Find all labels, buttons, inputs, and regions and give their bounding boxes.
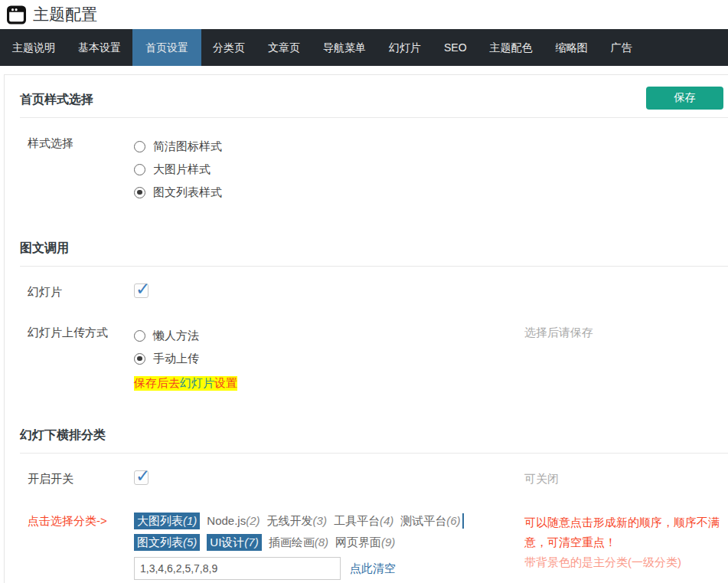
enable-switch-hint: 可关闭 (524, 470, 728, 487)
radio-option-label: 简洁图标样式 (153, 139, 222, 154)
section-heading-home-style: 首页样式选择 (20, 75, 728, 118)
category-select-label: 点击选择分类-> (20, 513, 134, 529)
tab-slideshow[interactable]: 幻灯片 (377, 29, 433, 66)
tab-ads[interactable]: 广告 (599, 29, 644, 66)
radio-icon[interactable] (134, 164, 145, 175)
category-tag[interactable]: 无线开发(3) (267, 513, 327, 529)
page-header: 主题配置 (0, 0, 728, 29)
upload-mode-label: 幻灯片上传方式 (20, 324, 134, 341)
category-tag[interactable]: 测试平台(6) (400, 513, 460, 529)
clear-order-link[interactable]: 点此清空 (350, 562, 396, 576)
tab-home-settings[interactable]: 首页设置 (132, 29, 201, 66)
row-slideshow-toggle: 幻灯片 (20, 283, 728, 301)
row-category-select: 点击选择分类-> 大图列表(1) Node.js(2) 无线开发(3) 工具平台… (20, 513, 728, 580)
category-tag-selected[interactable]: UI设计(7) (207, 534, 261, 551)
tab-theme-intro[interactable]: 主题说明 (0, 29, 67, 66)
radio-option-label: 图文列表样式 (153, 185, 222, 200)
section-heading-tuwen: 图文调用 (20, 224, 728, 267)
tab-nav-menu[interactable]: 导航菜单 (312, 29, 377, 66)
radio-icon[interactable] (134, 141, 145, 152)
slideshow-settings-link[interactable]: 幻灯片 (180, 376, 214, 389)
highlight-note: 保存后去幻灯片设置 (134, 376, 237, 391)
tab-basic-settings[interactable]: 基本设置 (67, 29, 132, 66)
category-tag-line-1: 大图列表(1) Node.js(2) 无线开发(3) 工具平台(4) 测试平台(… (134, 513, 524, 529)
category-tag[interactable]: 插画绘画(8) (269, 534, 328, 551)
category-tag-selected[interactable]: 图文列表(5) (134, 534, 200, 551)
tab-seo[interactable]: SEO (433, 29, 478, 66)
row-style-select: 样式选择 简洁图标样式 大图片样式 图文列表样式 (20, 135, 728, 204)
radio-option-image-text-list-style[interactable]: 图文列表样式 (134, 181, 524, 204)
radio-icon-checked[interactable] (134, 353, 145, 365)
category-tag[interactable]: Node.js(2) (207, 513, 260, 529)
radio-option-label: 手动上传 (153, 352, 199, 366)
tab-category-page[interactable]: 分类页 (201, 29, 256, 66)
category-tag[interactable]: 工具平台(4) (334, 513, 393, 529)
row-enable-switch: 开启开关 可关闭 (20, 470, 728, 488)
tab-article-page[interactable]: 文章页 (256, 29, 312, 66)
category-select-hint: 可以随意点击形成新的顺序，顺序不满意，可清空重点！ 带背景色的是主分类(一级分类… (524, 513, 728, 572)
radio-option-label: 大图片样式 (153, 162, 211, 177)
enable-switch-label: 开启开关 (20, 470, 134, 487)
enable-switch-checkbox[interactable] (134, 470, 149, 485)
highlight-prefix: 保存后去 (134, 376, 180, 389)
radio-option-simple-icon-style[interactable]: 简洁图标样式 (134, 135, 524, 158)
category-tag-line-2: 图文列表(5) UI设计(7) 插画绘画(8) 网页界面(9) (134, 534, 524, 551)
radio-option-big-image-style[interactable]: 大图片样式 (134, 158, 524, 181)
page-title: 主题配置 (33, 4, 97, 25)
category-tag-selected[interactable]: 大图列表(1) (134, 513, 200, 529)
radio-icon[interactable] (134, 330, 145, 342)
tab-theme-colors[interactable]: 主题配色 (478, 29, 544, 66)
style-select-label: 样式选择 (20, 135, 134, 152)
category-tag[interactable]: 网页界面(9) (335, 534, 395, 551)
slideshow-label: 幻灯片 (20, 283, 134, 300)
row-slideshow-upload-mode: 幻灯片上传方式 懒人方法 手动上传 保存后去幻灯片设置 选择后请保存 (20, 324, 728, 391)
save-button-top[interactable]: 保存 (646, 87, 723, 110)
settings-panel: 保存 首页样式选择 样式选择 简洁图标样式 大图片样式 图文列表样式 图文调用 … (4, 74, 728, 583)
tab-thumbnails[interactable]: 缩略图 (544, 29, 599, 66)
category-hint-faded: 带背景色的是主分类(一级分类) (524, 552, 722, 572)
upload-mode-hint: 选择后请保存 (524, 324, 728, 341)
category-hint-main: 可以随意点击形成新的顺序，顺序不满意，可清空重点！ (524, 513, 722, 552)
window-icon (6, 5, 27, 25)
category-order-input[interactable] (134, 557, 341, 580)
radio-icon-checked[interactable] (134, 187, 145, 198)
settings-tab-bar: 主题说明 基本设置 首页设置 分类页 文章页 导航菜单 幻灯片 SEO 主题配色… (0, 29, 728, 66)
section-heading-catbar: 幻灯下横排分类 (20, 411, 728, 454)
radio-option-manual-upload[interactable]: 手动上传 (134, 347, 524, 370)
radio-option-label: 懒人方法 (153, 329, 199, 343)
radio-option-lazy-method[interactable]: 懒人方法 (134, 324, 524, 347)
slideshow-checkbox[interactable] (134, 283, 149, 298)
text-cursor (462, 513, 464, 529)
highlight-suffix: 设置 (214, 376, 237, 389)
